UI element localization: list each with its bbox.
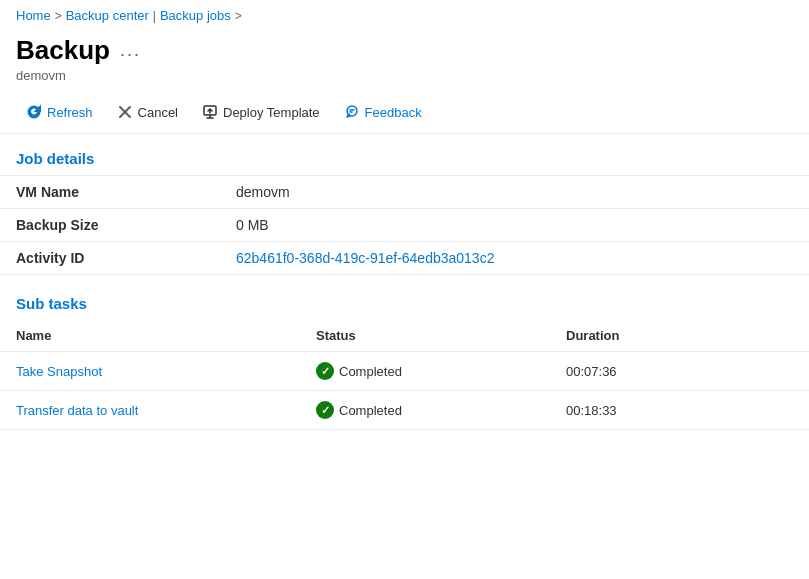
deploy-template-button[interactable]: Deploy Template (192, 99, 330, 125)
completed-icon: ✓ (316, 362, 334, 380)
sub-tasks-title: Sub tasks (0, 275, 809, 320)
activity-id-label: Activity ID (0, 242, 220, 275)
table-header-row: Name Status Duration (0, 320, 809, 352)
refresh-icon (26, 104, 42, 120)
task-name-link[interactable]: Transfer data to vault (16, 403, 138, 418)
breadcrumb-home[interactable]: Home (16, 8, 51, 23)
completed-icon: ✓ (316, 401, 334, 419)
backup-size-label: Backup Size (0, 209, 220, 242)
breadcrumb-backup-center[interactable]: Backup center (66, 8, 149, 23)
refresh-button[interactable]: Refresh (16, 99, 103, 125)
vm-name-label: VM Name (0, 176, 220, 209)
col-header-name: Name (0, 320, 300, 352)
deploy-template-label: Deploy Template (223, 105, 320, 120)
sub-tasks-table: Name Status Duration Take Snapshot ✓ Com… (0, 320, 809, 430)
task-status-cell: ✓ Completed (300, 352, 550, 391)
task-name-cell: Transfer data to vault (0, 391, 300, 430)
job-details-section: Job details VM Name demovm Backup Size 0… (0, 134, 809, 275)
breadcrumb-sep3: > (235, 9, 242, 23)
breadcrumb: Home > Backup center | Backup jobs > (0, 0, 809, 31)
feedback-button[interactable]: Feedback (334, 99, 432, 125)
table-row: Backup Size 0 MB (0, 209, 809, 242)
table-row: VM Name demovm (0, 176, 809, 209)
feedback-label: Feedback (365, 105, 422, 120)
task-status-label: Completed (339, 403, 402, 418)
page-title: Backup (16, 35, 110, 66)
cancel-icon (117, 104, 133, 120)
toolbar: Refresh Cancel Deploy Template (0, 91, 809, 134)
job-details-table: VM Name demovm Backup Size 0 MB Activity… (0, 175, 809, 275)
table-row: Take Snapshot ✓ Completed 00:07:36 (0, 352, 809, 391)
vm-name-value: demovm (220, 176, 809, 209)
breadcrumb-sep2: | (153, 9, 156, 23)
deploy-icon (202, 104, 218, 120)
col-header-duration: Duration (550, 320, 809, 352)
task-status-label: Completed (339, 364, 402, 379)
cancel-label: Cancel (138, 105, 178, 120)
backup-size-value: 0 MB (220, 209, 809, 242)
task-duration-cell: 00:07:36 (550, 352, 809, 391)
activity-id-value: 62b461f0-368d-419c-91ef-64edb3a013c2 (220, 242, 809, 275)
col-header-status: Status (300, 320, 550, 352)
page-header: Backup ... demovm (0, 31, 809, 91)
table-row: Activity ID 62b461f0-368d-419c-91ef-64ed… (0, 242, 809, 275)
feedback-icon (344, 104, 360, 120)
sub-tasks-section: Sub tasks Name Status Duration Take Snap… (0, 275, 809, 430)
table-row: Transfer data to vault ✓ Completed 00:18… (0, 391, 809, 430)
refresh-label: Refresh (47, 105, 93, 120)
task-name-link[interactable]: Take Snapshot (16, 364, 102, 379)
task-status-cell: ✓ Completed (300, 391, 550, 430)
task-duration-cell: 00:18:33 (550, 391, 809, 430)
activity-id-link[interactable]: 62b461f0-368d-419c-91ef-64edb3a013c2 (236, 250, 494, 266)
cancel-button[interactable]: Cancel (107, 99, 188, 125)
breadcrumb-backup-jobs[interactable]: Backup jobs (160, 8, 231, 23)
more-options-button[interactable]: ... (120, 40, 141, 61)
job-details-title: Job details (0, 134, 809, 175)
breadcrumb-sep1: > (55, 9, 62, 23)
task-name-cell: Take Snapshot (0, 352, 300, 391)
page-subtitle: demovm (16, 68, 793, 83)
